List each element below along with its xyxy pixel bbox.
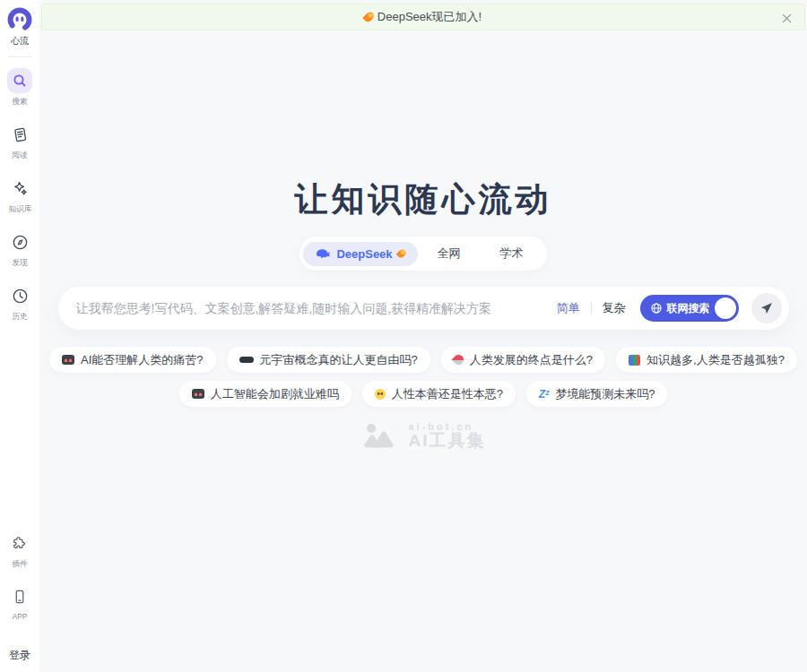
chip-label: 人工智能会加剧就业难吗 <box>211 386 339 402</box>
send-button[interactable] <box>751 293 782 323</box>
watermark: ai-bot.cn AI工具集 <box>361 421 486 451</box>
sidebar-item-plugins[interactable]: 插件 <box>7 530 32 570</box>
suggestion-chip[interactable]: 人性本善还是性本恶? <box>362 381 516 407</box>
heartflow-logo-icon <box>7 7 32 32</box>
mode-divider <box>591 302 592 314</box>
mode-complex-button[interactable]: 复杂 <box>603 300 626 316</box>
robot-icon <box>192 389 204 399</box>
sidebar-item-knowledge-base[interactable]: 知识库 <box>7 176 32 215</box>
sidebar-item-label: 知识库 <box>8 203 31 214</box>
baby-icon <box>375 389 386 400</box>
vr-goggles-icon <box>239 357 254 363</box>
zzz-icon: Zᶻ <box>539 389 549 400</box>
tab-label: 学术 <box>500 246 524 262</box>
app-name: 心流 <box>11 35 29 47</box>
whale-icon <box>316 248 331 259</box>
reading-icon <box>7 122 32 147</box>
main-content: DeepSeek现已加入! 让知识随心流动 DeepSeek 全网 学术 简 <box>39 0 807 672</box>
sidebar: 心流 搜索 阅读 <box>0 0 39 672</box>
toggle-knob <box>715 297 736 319</box>
discover-compass-icon <box>7 229 32 254</box>
banner-text: DeepSeek现已加入! <box>377 9 482 25</box>
sidebar-item-label: 插件 <box>12 558 27 569</box>
chip-label: 元宇宙概念真的让人更自由吗? <box>260 352 418 368</box>
sidebar-item-label: 阅读 <box>12 150 27 160</box>
sidebar-item-discover[interactable]: 发现 <box>7 229 32 269</box>
search-input[interactable] <box>76 301 546 315</box>
suggestion-row-2: 人工智能会加剧就业难吗 人性本善还是性本恶? Zᶻ 梦境能预测未来吗? <box>179 381 668 407</box>
suggestion-chip[interactable]: 人工智能会加剧就业难吗 <box>179 381 351 407</box>
suggestion-chip[interactable]: 元宇宙概念真的让人更自由吗? <box>227 347 430 373</box>
chip-label: 知识越多,人类是否越孤独? <box>646 352 785 368</box>
plugin-puzzle-icon <box>7 530 32 556</box>
suggestion-chip[interactable]: Zᶻ 梦境能预测未来吗? <box>526 381 668 407</box>
suggestion-chip[interactable]: 知识越多,人类是否越孤独? <box>616 347 797 373</box>
history-clock-icon <box>7 283 32 308</box>
rocket-icon <box>452 353 466 367</box>
search-icon <box>7 68 32 93</box>
sidebar-item-label: 历史 <box>12 311 27 322</box>
chip-label: 人性本善还是性本恶? <box>392 386 503 402</box>
mode-simple-button[interactable]: 简单 <box>557 300 580 316</box>
sidebar-item-label: APP <box>12 612 27 621</box>
chip-label: AI能否理解人类的痛苦? <box>81 352 204 368</box>
tab-whole-web[interactable]: 全网 <box>418 240 481 267</box>
robot-icon <box>62 355 74 365</box>
app-logo[interactable]: 心流 <box>7 7 32 47</box>
sidebar-item-label: 搜索 <box>12 96 27 107</box>
close-icon[interactable] <box>779 11 794 25</box>
tab-label: 全网 <box>438 246 461 262</box>
suggestion-chip[interactable]: 人类发展的终点是什么? <box>441 347 605 373</box>
web-search-label: 联网搜索 <box>667 301 710 316</box>
sidebar-item-history[interactable]: 历史 <box>7 283 32 323</box>
search-bar: 简单 复杂 联网搜索 <box>58 287 789 330</box>
chip-label: 人类发展的终点是什么? <box>470 352 593 368</box>
books-icon <box>629 355 640 366</box>
sidebar-item-app[interactable]: APP <box>7 584 32 621</box>
banner-message: DeepSeek现已加入! <box>365 9 482 25</box>
tab-deepseek[interactable]: DeepSeek <box>303 242 417 266</box>
tab-label: DeepSeek <box>336 247 392 261</box>
suggestion-chip[interactable]: AI能否理解人类的痛苦? <box>49 347 216 373</box>
sidebar-item-search[interactable]: 搜索 <box>7 68 32 108</box>
suggestion-row-1: AI能否理解人类的痛苦? 元宇宙概念真的让人更自由吗? 人类发展的终点是什么? … <box>49 347 797 373</box>
globe-icon <box>650 302 663 314</box>
sidebar-item-label: 发现 <box>12 257 27 268</box>
ai-bot-logo-icon <box>361 421 401 450</box>
page-title: 让知识随心流动 <box>295 177 552 222</box>
sidebar-divider <box>8 56 31 57</box>
watermark-title: AI工具集 <box>409 432 486 451</box>
login-button[interactable]: 登录 <box>9 648 30 663</box>
web-search-toggle[interactable]: 联网搜索 <box>640 295 739 322</box>
deepseek-banner: DeepSeek现已加入! <box>41 4 805 30</box>
send-icon <box>759 301 774 315</box>
search-mode-tabs: DeepSeek 全网 学术 <box>299 237 546 271</box>
sidebar-item-reading[interactable]: 阅读 <box>7 122 32 161</box>
flame-icon <box>362 11 376 24</box>
knowledge-base-icon <box>7 176 32 201</box>
chip-label: 梦境能预测未来吗? <box>555 386 655 402</box>
watermark-text: ai-bot.cn AI工具集 <box>409 421 486 451</box>
mobile-app-icon <box>7 584 32 609</box>
tab-academic[interactable]: 学术 <box>481 240 543 267</box>
sidebar-bottom: 插件 APP 登录 <box>7 530 32 663</box>
flame-icon <box>395 248 407 260</box>
